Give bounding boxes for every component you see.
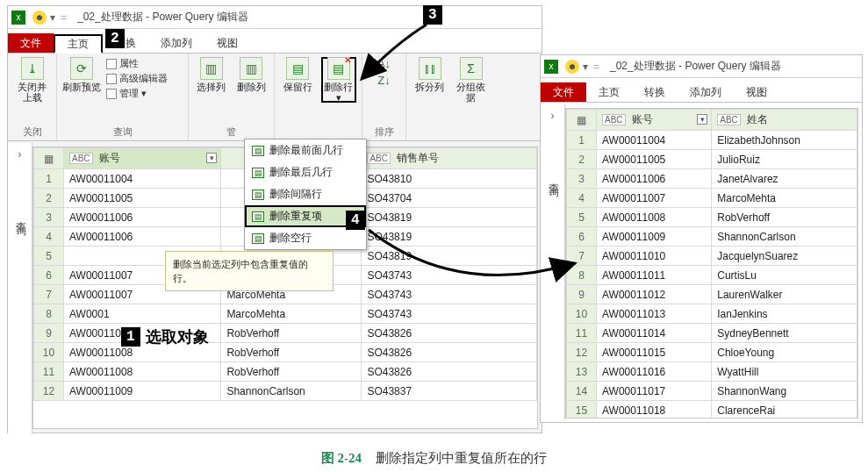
remove-top-rows-item[interactable]: ▤删除最前面几行 <box>245 139 366 161</box>
cell-account[interactable]: AW00011005 <box>64 189 221 208</box>
cell-account[interactable]: AW00011004 <box>597 131 712 150</box>
tab-file[interactable]: 文件 <box>541 82 586 102</box>
close-load-button[interactable]: ⤓ 关闭并上载 <box>13 57 51 103</box>
cell-name[interactable]: ShannonWang <box>712 382 857 401</box>
table-row[interactable]: 14 AW00011017 ShannonWang <box>567 382 857 401</box>
cell-salesorder[interactable]: SO43743 <box>362 304 537 324</box>
table-row[interactable]: 3 AW00011006 JanetAlvarez <box>567 169 857 189</box>
cell-account[interactable]: AW00011010 <box>597 247 712 266</box>
properties-button[interactable]: 属性 <box>106 57 168 70</box>
queries-pane-collapsed-right[interactable]: › 查询 <box>541 104 565 420</box>
cell-account[interactable]: AW00011015 <box>597 343 712 362</box>
cell-account[interactable]: AW00011016 <box>597 362 712 382</box>
tab-transform[interactable]: 转换 <box>632 82 678 102</box>
cell-name[interactable]: JacquelynSuarez <box>712 247 857 266</box>
cell-account[interactable]: AW00011011 <box>597 266 712 285</box>
refresh-button[interactable]: ⟳ 刷新预览 <box>62 57 101 92</box>
keep-rows-button[interactable]: ▤ 保留行 <box>280 57 316 103</box>
remove-bottom-rows-item[interactable]: ▤删除最后几行 <box>245 161 366 183</box>
tab-addcolumn[interactable]: 添加列 <box>678 82 734 102</box>
cell-account[interactable]: AW00011013 <box>597 304 712 324</box>
table-row[interactable]: 9 AW00011012 LaurenWalker <box>567 285 857 304</box>
cell-salesorder[interactable]: SO43743 <box>362 266 537 285</box>
table-row[interactable]: 12 AW00011015 ChloeYoung <box>567 343 857 362</box>
corner-cell[interactable]: ▦ <box>567 110 597 131</box>
cell-name[interactable]: ShannonCarlson <box>712 227 857 247</box>
table-row[interactable]: 1 AW00011004 ElizabethJohnson <box>567 131 857 150</box>
cell-name[interactable]: RobVerhoff <box>221 324 362 343</box>
qat-dropdown-icon[interactable]: ▾ <box>583 61 588 73</box>
cell-salesorder[interactable]: SO43810 <box>362 169 537 189</box>
cell-name[interactable]: RobVerhoff <box>712 208 857 227</box>
table-row[interactable]: 8 AW00011011 CurtisLu <box>567 266 857 285</box>
tab-home[interactable]: 主页 <box>54 34 103 54</box>
table-row[interactable]: 9 AW00011008 RobVerhoff SO43826 <box>34 324 537 343</box>
cell-salesorder[interactable]: SO43704 <box>362 189 537 208</box>
cell-name[interactable]: ElizabethJohnson <box>712 131 857 150</box>
cell-name[interactable]: ShannonCarlson <box>221 382 362 401</box>
table-row[interactable]: 4 AW00011007 MarcoMehta <box>567 189 857 208</box>
tab-home[interactable]: 主页 <box>586 82 632 102</box>
queries-pane-collapsed[interactable]: › 查询 <box>8 143 32 434</box>
cell-salesorder[interactable]: SO43819 <box>362 208 537 227</box>
tab-view[interactable]: 视图 <box>204 33 250 53</box>
cell-name[interactable]: ChloeYoung <box>712 343 857 362</box>
cell-salesorder[interactable]: SO43743 <box>362 285 537 304</box>
cell-account[interactable]: AW00011018 <box>597 401 712 419</box>
remove-rows-button[interactable]: ▤✕ 删除行 ▾ <box>321 57 357 103</box>
table-row[interactable]: 8 AW0001 MarcoMehta SO43743 <box>34 304 537 324</box>
cell-account[interactable]: AW0001 <box>64 304 221 324</box>
cell-name[interactable]: SydneyBennett <box>712 324 857 343</box>
table-row[interactable]: 11 AW00011014 SydneyBennett <box>567 324 857 343</box>
table-row[interactable]: 5 AW00011008 RobVerhoff <box>567 208 857 227</box>
adv-editor-button[interactable]: 高级编辑器 <box>106 72 168 85</box>
cell-account[interactable]: AW00011009 <box>64 382 221 401</box>
manage-button[interactable]: 管理 ▾ <box>106 87 168 100</box>
cell-account[interactable]: AW00011008 <box>64 362 221 382</box>
cell-account[interactable]: AW00011017 <box>597 382 712 401</box>
cell-account[interactable]: AW00011006 <box>64 208 221 227</box>
cell-salesorder[interactable]: SO43826 <box>362 343 537 362</box>
tab-view[interactable]: 视图 <box>734 82 779 102</box>
cell-name[interactable]: LaurenWalker <box>712 285 857 304</box>
cell-name[interactable]: MarcoMehta <box>712 189 857 208</box>
cell-account[interactable]: AW00011007 <box>597 189 712 208</box>
cell-salesorder[interactable]: SO43819 <box>362 227 537 247</box>
table-row[interactable]: 12 AW00011009 ShannonCarlson SO43837 <box>34 382 537 401</box>
filter-dropdown-icon[interactable]: ▾ <box>697 114 707 125</box>
table-row[interactable]: 15 AW00011018 ClarenceRai <box>567 401 857 419</box>
table-row[interactable]: 10 AW00011008 RobVerhoff SO43826 <box>34 343 537 362</box>
table-row[interactable]: 11 AW00011008 RobVerhoff SO43826 <box>34 362 537 382</box>
cell-name[interactable]: JulioRuiz <box>712 150 857 169</box>
cell-salesorder[interactable]: SO43826 <box>362 324 537 343</box>
table-row[interactable]: 2 AW00011005 JulioRuiz <box>567 150 857 169</box>
cell-name[interactable]: MarcoMehta <box>221 304 362 324</box>
cell-salesorder[interactable]: SO43837 <box>362 382 537 401</box>
cell-account[interactable]: AW00011008 <box>597 208 712 227</box>
cell-name[interactable]: RobVerhoff <box>221 362 362 382</box>
remove-blank-rows-item[interactable]: ▤删除空行 <box>245 227 366 249</box>
cell-salesorder[interactable]: SO43826 <box>362 362 537 382</box>
cell-name[interactable]: JanetAlvarez <box>712 169 857 189</box>
cell-name[interactable]: IanJenkins <box>712 304 857 324</box>
col-header-salesorder[interactable]: ABC 销售单号 <box>362 148 537 169</box>
group-by-button[interactable]: Σ 分组依据 <box>453 57 489 103</box>
col-header-account[interactable]: ABC 账号 ▾ <box>64 148 221 169</box>
col-header-account[interactable]: ABC 账号 ▾ <box>597 110 712 131</box>
cell-account[interactable]: AW00011012 <box>597 285 712 304</box>
cell-account[interactable]: AW00011014 <box>597 324 712 343</box>
table-row[interactable]: 7 AW00011010 JacquelynSuarez <box>567 247 857 266</box>
tab-addcolumn[interactable]: 添加列 <box>148 33 204 53</box>
split-column-button[interactable]: ⫿⫿ 拆分列 <box>412 57 448 103</box>
col-header-name[interactable]: ABC 姓名 <box>712 110 857 131</box>
corner-cell[interactable]: ▦ <box>34 148 64 169</box>
remove-columns-button[interactable]: ▥ 删除列 <box>234 57 269 92</box>
qat-dropdown-icon[interactable]: ▾ <box>50 11 55 24</box>
table-row[interactable]: 10 AW00011013 IanJenkins <box>567 304 857 324</box>
remove-alt-rows-item[interactable]: ▤删除间隔行 <box>245 183 366 205</box>
choose-columns-button[interactable]: ▥ 选择列 <box>194 57 229 92</box>
cell-name[interactable]: RobVerhoff <box>221 343 362 362</box>
cell-name[interactable]: ClarenceRai <box>712 401 857 419</box>
cell-account[interactable]: AW00011005 <box>597 150 712 169</box>
cell-account[interactable]: AW00011006 <box>64 227 221 247</box>
